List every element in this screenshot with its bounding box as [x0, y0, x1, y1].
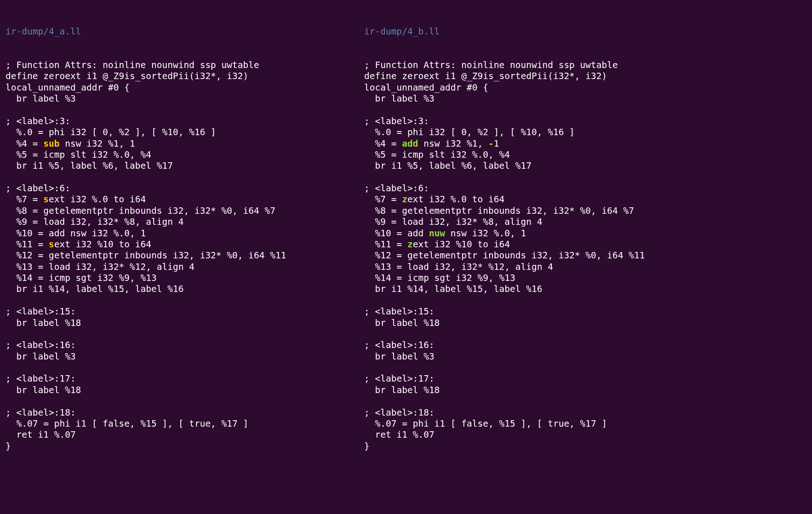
code-line: ; <label>:3: [6, 116, 70, 126]
code-line: br label %18 [364, 385, 440, 395]
code-line: %9 = load i32, i32* %8, align 4 [364, 217, 542, 227]
code-line: ; <label>:6: [364, 183, 429, 194]
code-line: %7 = zext i32 %.0 to i64 [364, 194, 504, 205]
code-line: ; <label>:6: [6, 183, 70, 194]
code-line: %8 = getelementptr inbounds i32, i32* %0… [364, 206, 634, 216]
right-code: ; Function Attrs: noinline nounwind ssp … [364, 60, 723, 452]
code-line: %12 = getelementptr inbounds i32, i32* %… [364, 250, 645, 261]
code-line: ; <label>:18: [6, 407, 76, 418]
code-line: %11 = zext i32 %10 to i64 [364, 239, 510, 250]
code-line: %14 = icmp sgt i32 %9, %13 [6, 273, 157, 283]
code-line: ; <label>:15: [6, 306, 76, 317]
code-line: ; <label>:17: [6, 373, 76, 384]
left-filename: ir-dump/4_a.ll [6, 26, 364, 37]
code-line: ; <label>:15: [364, 306, 435, 317]
code-line: %8 = getelementptr inbounds i32, i32* %0… [6, 206, 275, 216]
code-line: ; <label>:3: [364, 116, 429, 126]
code-line: %14 = icmp sgt i32 %9, %13 [364, 273, 515, 283]
code-line: br label %3 [364, 93, 435, 104]
code-line: ; <label>:16: [6, 340, 76, 350]
code-line: %12 = getelementptr inbounds i32, i32* %… [6, 250, 286, 261]
code-line: %9 = load i32, i32* %8, align 4 [6, 217, 183, 227]
code-line: ; <label>:16: [364, 340, 435, 350]
code-line: br label %3 [6, 351, 76, 362]
code-line: define zeroext i1 @_Z9is_sortedPii(i32*,… [6, 71, 248, 81]
code-line: br i1 %5, label %6, label %17 [364, 160, 532, 171]
code-line: %.0 = phi i32 [ 0, %2 ], [ %10, %16 ] [6, 127, 216, 137]
code-line: br label %18 [364, 318, 440, 328]
code-line: %10 = add nuw nsw i32 %.0, 1 [364, 228, 526, 239]
right-pane: ir-dump/4_b.ll ; Function Attrs: noinlin… [364, 4, 723, 474]
code-line: ; Function Attrs: noinline nounwind ssp … [6, 60, 259, 70]
code-line: %.0 = phi i32 [ 0, %2 ], [ %10, %16 ] [364, 127, 575, 137]
code-line: %11 = sext i32 %10 to i64 [6, 239, 151, 250]
code-line: %13 = load i32, i32* %12, align 4 [6, 262, 194, 272]
code-line: ; <label>:17: [364, 373, 435, 384]
left-code: ; Function Attrs: noinline nounwind ssp … [6, 60, 364, 452]
code-line: %5 = icmp slt i32 %.0, %4 [364, 149, 510, 160]
code-line: %.07 = phi i1 [ false, %15 ], [ true, %1… [6, 418, 248, 429]
code-line: ; Function Attrs: noinline nounwind ssp … [364, 60, 618, 70]
code-line: ret i1 %.07 [364, 429, 435, 440]
code-line: br label %18 [6, 318, 81, 328]
code-line: ; <label>:18: [364, 407, 435, 418]
code-line: %10 = add nsw i32 %.0, 1 [6, 228, 146, 239]
code-line: br label %3 [6, 93, 76, 104]
code-line: } [6, 441, 11, 451]
code-line: br i1 %14, label %15, label %16 [364, 284, 542, 294]
code-line: %7 = sext i32 %.0 to i64 [6, 194, 146, 205]
code-line: %5 = icmp slt i32 %.0, %4 [6, 149, 151, 160]
code-line: br i1 %5, label %6, label %17 [6, 160, 173, 171]
code-line: define zeroext i1 @_Z9is_sortedPii(i32*,… [364, 71, 607, 81]
code-line: br label %18 [6, 385, 81, 395]
code-line: br i1 %14, label %15, label %16 [6, 284, 183, 294]
code-line: %.07 = phi i1 [ false, %15 ], [ true, %1… [364, 418, 607, 429]
code-line: local_unnamed_addr #0 { [6, 82, 130, 93]
code-line: %13 = load i32, i32* %12, align 4 [364, 262, 553, 272]
right-filename: ir-dump/4_b.ll [364, 26, 723, 37]
diff-container: ir-dump/4_a.ll ; Function Attrs: noinlin… [0, 0, 812, 480]
code-line: local_unnamed_addr #0 { [364, 82, 488, 93]
left-pane: ir-dump/4_a.ll ; Function Attrs: noinlin… [6, 4, 364, 474]
code-line: } [364, 441, 370, 451]
code-line: %4 = add nsw i32 %1, -1 [364, 138, 499, 149]
code-line: ret i1 %.07 [6, 429, 76, 440]
code-line: br label %3 [364, 351, 435, 362]
code-line: %4 = sub nsw i32 %1, 1 [6, 138, 135, 149]
